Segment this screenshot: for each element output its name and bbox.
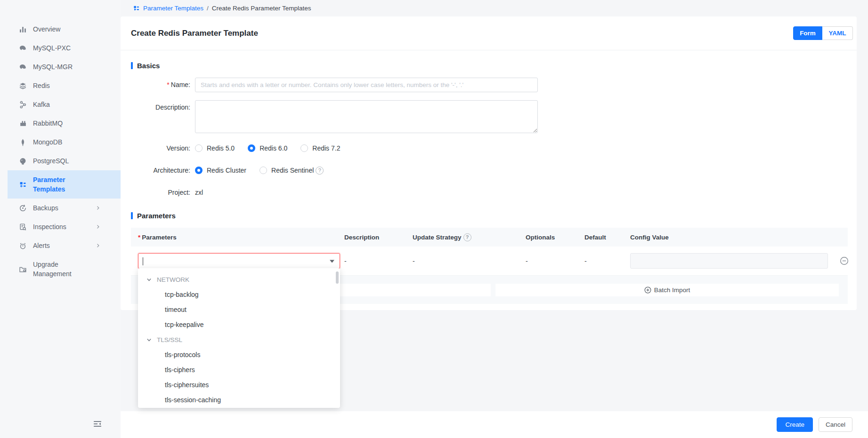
view-toggle: Form YAML bbox=[793, 26, 853, 40]
sidebar-item-redis[interactable]: Redis bbox=[8, 76, 121, 95]
sidebar-item-label: PostgreSQL bbox=[33, 157, 69, 165]
actions-cell bbox=[840, 256, 849, 265]
architecture-row: Architecture: Redis Cluster Redis Sentin… bbox=[131, 163, 848, 177]
column-header-optionals: Optionals bbox=[526, 234, 584, 241]
dropdown-group-label: NETWORK bbox=[157, 276, 189, 283]
project-value: zxl bbox=[195, 185, 203, 199]
dropdown-item-tls-ciphers[interactable]: tls-ciphers bbox=[138, 362, 340, 377]
dropdown-item-timeout[interactable]: timeout bbox=[138, 302, 340, 317]
sidebar: Overview MySQL-PXC MySQL-MGR Redis Kafka bbox=[0, 0, 121, 438]
sidebar-item-mongodb[interactable]: MongoDB bbox=[8, 133, 121, 151]
batch-import-label: Batch Import bbox=[654, 287, 690, 294]
chevron-right-icon bbox=[95, 205, 101, 211]
mysql-icon bbox=[19, 44, 27, 52]
dropdown-item-tls-ciphersuites[interactable]: tls-ciphersuites bbox=[138, 377, 340, 392]
parameter-select-cell bbox=[131, 253, 344, 269]
sidebar-item-kafka[interactable]: Kafka bbox=[8, 95, 121, 114]
sidebar-menu: Overview MySQL-PXC MySQL-MGR Redis Kafka bbox=[0, 0, 121, 283]
section-accent-bar bbox=[131, 212, 133, 219]
sidebar-item-label: Kafka bbox=[33, 101, 50, 108]
breadcrumb-link[interactable]: Parameter Templates bbox=[143, 5, 203, 12]
project-row: Project: zxl bbox=[131, 185, 848, 199]
sidebar-item-label: Upgrade Management bbox=[33, 260, 85, 279]
sidebar-item-label: RabbitMQ bbox=[33, 119, 63, 127]
sidebar-item-postgresql[interactable]: PostgreSQL bbox=[8, 151, 121, 170]
sidebar-item-backups[interactable]: Backups bbox=[8, 199, 121, 217]
sidebar-item-mysql-mgr[interactable]: MySQL-MGR bbox=[8, 57, 121, 76]
sidebar-item-inspections[interactable]: Inspections bbox=[8, 217, 121, 236]
radio-icon bbox=[195, 144, 203, 152]
name-input[interactable] bbox=[195, 78, 538, 92]
plus-circle-icon bbox=[644, 287, 651, 294]
radio-selected-icon bbox=[195, 167, 203, 174]
sidebar-item-parameter-templates[interactable]: Parameter Templates bbox=[8, 170, 121, 199]
architecture-option-cluster[interactable]: Redis Cluster bbox=[195, 163, 246, 177]
sidebar-item-label: MySQL-MGR bbox=[33, 63, 73, 71]
page-title: Create Redis Parameter Template bbox=[131, 29, 258, 38]
sidebar-item-overview[interactable]: Overview bbox=[8, 20, 121, 39]
postgresql-icon bbox=[19, 157, 27, 165]
parameter-templates-icon bbox=[133, 5, 140, 12]
remove-row-icon[interactable] bbox=[840, 256, 849, 265]
dropdown-group-network[interactable]: NETWORK bbox=[138, 272, 340, 287]
redis-icon bbox=[19, 82, 27, 90]
description-row: Description: bbox=[131, 100, 848, 133]
cancel-button[interactable]: Cancel bbox=[819, 417, 852, 432]
help-icon[interactable]: ? bbox=[316, 167, 324, 175]
sidebar-item-rabbitmq[interactable]: RabbitMQ bbox=[8, 114, 121, 133]
dropdown-group-tls-ssl[interactable]: TLS/SSL bbox=[138, 332, 340, 347]
parameter-templates-icon bbox=[19, 181, 27, 189]
sidebar-item-mysql-pxc[interactable]: MySQL-PXC bbox=[8, 39, 121, 57]
breadcrumb-separator: / bbox=[207, 5, 209, 12]
name-label: *Name: bbox=[131, 78, 195, 92]
form-view-button[interactable]: Form bbox=[793, 26, 822, 40]
radio-icon bbox=[300, 144, 308, 152]
dropdown-group-label: TLS/SSL bbox=[157, 336, 182, 343]
batch-import-button[interactable]: Batch Import bbox=[495, 284, 839, 296]
architecture-label: Architecture: bbox=[131, 163, 195, 177]
basics-heading: Basics bbox=[137, 62, 160, 70]
name-row: *Name: bbox=[131, 78, 848, 92]
inspections-icon bbox=[19, 223, 27, 231]
version-option-redis-7[interactable]: Redis 7.2 bbox=[300, 141, 340, 155]
parameters-heading: Parameters bbox=[137, 212, 176, 220]
chevron-right-icon bbox=[95, 224, 101, 230]
version-option-redis-6[interactable]: Redis 6.0 bbox=[248, 141, 287, 155]
sidebar-item-upgrade-management[interactable]: Upgrade Management bbox=[8, 255, 121, 283]
default-cell: - bbox=[584, 257, 630, 265]
parameter-select[interactable] bbox=[138, 253, 340, 269]
app-root: Overview MySQL-PXC MySQL-MGR Redis Kafka bbox=[0, 0, 868, 438]
radio-selected-icon bbox=[248, 144, 255, 152]
version-option-redis-5[interactable]: Redis 5.0 bbox=[195, 141, 235, 155]
description-textarea[interactable] bbox=[195, 100, 538, 133]
parameter-dropdown-panel: NETWORK tcp-backlog timeout tcp-keepaliv… bbox=[138, 268, 340, 408]
sidebar-item-alerts[interactable]: Alerts bbox=[8, 236, 121, 255]
create-button[interactable]: Create bbox=[777, 417, 813, 432]
dropdown-item-tcp-keepalive[interactable]: tcp-keepalive bbox=[138, 317, 340, 332]
dropdown-scrollbar-thumb[interactable] bbox=[336, 271, 339, 284]
caret-down-icon bbox=[330, 260, 334, 263]
table-header-row: *Parameters Description Update Strategy?… bbox=[131, 228, 848, 247]
rabbitmq-icon bbox=[19, 119, 27, 127]
sidebar-item-label: Alerts bbox=[33, 242, 50, 249]
backups-icon bbox=[19, 204, 27, 212]
chevron-down-icon bbox=[146, 277, 152, 283]
sidebar-item-label: Overview bbox=[33, 25, 60, 33]
dropdown-item-tls-protocols[interactable]: tls-protocols bbox=[138, 347, 340, 362]
breadcrumb: Parameter Templates / Create Redis Param… bbox=[133, 0, 311, 16]
required-mark: * bbox=[167, 81, 169, 88]
page-footer: Create Cancel bbox=[121, 411, 868, 438]
chevron-right-icon bbox=[95, 243, 101, 248]
sidebar-collapse-icon[interactable] bbox=[92, 420, 103, 428]
help-icon[interactable]: ? bbox=[463, 233, 471, 241]
breadcrumb-current: Create Redis Parameter Templates bbox=[212, 5, 311, 12]
dropdown-item-tcp-backlog[interactable]: tcp-backlog bbox=[138, 287, 340, 302]
dropdown-item-tls-session-caching[interactable]: tls-session-caching bbox=[138, 392, 340, 407]
yaml-view-button[interactable]: YAML bbox=[822, 26, 853, 40]
basics-section-title: Basics bbox=[131, 62, 848, 70]
column-header-default: Default bbox=[584, 234, 630, 241]
column-header-parameters: *Parameters bbox=[131, 234, 344, 241]
architecture-option-sentinel[interactable]: Redis Sentinel bbox=[260, 163, 314, 177]
project-label: Project: bbox=[131, 185, 195, 199]
config-value-input[interactable] bbox=[630, 253, 828, 269]
